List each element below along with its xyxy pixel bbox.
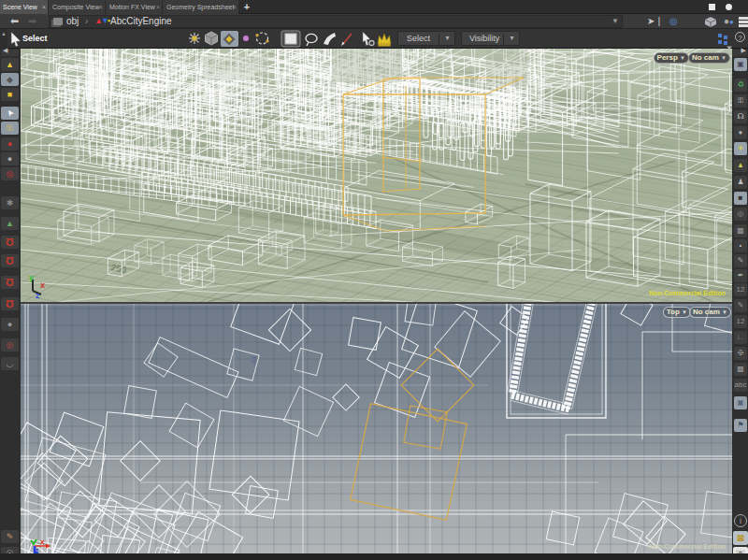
svg-text:y: y [29,273,34,282]
svg-text:x: x [40,280,45,290]
svg-text:-64: -64 [251,356,257,366]
svg-text:z: z [36,291,40,299]
svg-text:x: x [40,538,45,546]
svg-text:z: z [36,547,39,553]
